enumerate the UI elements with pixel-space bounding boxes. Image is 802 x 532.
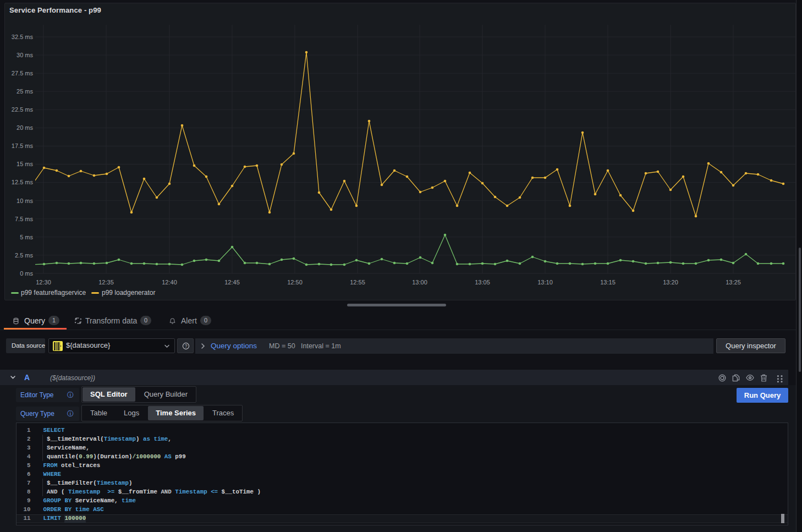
svg-text:12:30: 12:30 [36,279,51,286]
svg-text:13:20: 13:20 [663,279,678,286]
svg-text:30 ms: 30 ms [17,52,33,58]
svg-text:13:00: 13:00 [412,279,427,286]
svg-text:13:25: 13:25 [726,279,741,286]
svg-text:12:40: 12:40 [162,279,177,286]
svg-text:12:35: 12:35 [98,279,114,286]
svg-text:13:05: 13:05 [475,279,490,286]
svg-text:2.5 ms: 2.5 ms [15,252,34,259]
svg-text:22.5 ms: 22.5 ms [12,106,34,113]
svg-text:12:50: 12:50 [287,279,303,286]
svg-text:20 ms: 20 ms [17,124,33,131]
svg-text:?: ? [185,343,188,349]
svg-text:13:10: 13:10 [537,279,553,286]
svg-text:5 ms: 5 ms [20,234,33,240]
svg-text:10 ms: 10 ms [17,198,33,204]
svg-text:27.5 ms: 27.5 ms [12,70,34,76]
svg-text:13:15: 13:15 [600,279,616,286]
svg-text:7.5 ms: 7.5 ms [15,216,34,222]
svg-text:25 ms: 25 ms [17,88,33,95]
svg-text:12.5 ms: 12.5 ms [12,179,34,185]
svg-text:12:55: 12:55 [350,279,365,286]
svg-text:15 ms: 15 ms [17,161,33,167]
svg-text:32.5 ms: 32.5 ms [12,34,34,40]
svg-text:17.5 ms: 17.5 ms [12,142,34,149]
svg-text:12:45: 12:45 [224,279,240,286]
svg-text:0 ms: 0 ms [20,270,33,277]
